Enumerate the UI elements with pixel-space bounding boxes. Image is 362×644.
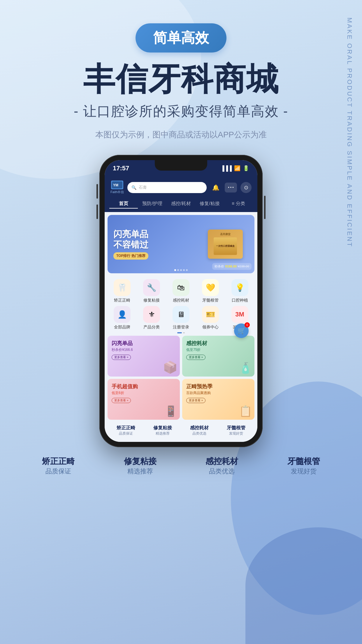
phone-mockup: 17:57 ▐▐▐ 📶 🔋 YM Faith丰信 [0,155,362,447]
signal-icon: ▐▐▐ [221,165,232,172]
dot-3 [180,269,182,271]
banner-card-infection[interactable]: 感控耗材 低至75折 更多查看 » 🧴 [182,336,254,377]
featured-sub: 秒杀价¥166.6 [112,347,176,352]
tab-prevention[interactable]: 预防/护理 [138,200,166,209]
ortho-sub: 百款商品聚惠购 [186,391,250,396]
all-brands-label: 全部品牌 [114,325,130,330]
bl-rest-main: 修复粘接 [99,456,181,467]
banner-text: 闪亮单品 不容错过 TOP排行 热门推荐 [108,223,154,265]
hero-badge: 简单高效 [136,23,226,52]
dot2: • [230,185,232,190]
notification-button[interactable]: 🔔 [210,182,221,193]
tab-home[interactable]: 首页 [109,200,138,209]
dot-1 [174,269,176,271]
bottom-root-sub: 发现好货 [218,431,254,436]
bottom-labels-section: 矫正正畸 品质保证 修复粘接 精选推荐 感控耗材 品类优选 牙髓根管 发现好货 [0,447,362,484]
ortho-title: 正畸预热季 [186,383,250,390]
scan-icon: ⊙ [244,184,248,191]
register-label: 注册登录 [173,325,189,330]
power-button [264,196,266,219]
banner-title-line1: 闪亮单品 [113,229,148,239]
more-button[interactable]: • • • [225,183,237,192]
mobile-deco: 📱 [164,405,178,417]
hero-title: 丰信牙科商城 [0,61,362,97]
dot-2 [177,269,179,271]
cart-icon: 🛒 [238,327,245,335]
phone-screen: 17:57 ▐▐▐ 📶 🔋 YM Faith丰信 [105,160,257,442]
dot1: • [228,185,229,190]
banner-price: 秒杀价 ¥166.60 ¥238.00 [212,263,252,270]
tab-category[interactable]: ≡ 分类 [224,200,253,209]
icons-row-1: 🦷 矫正正畸 🔧 修复粘接 🛍 感控耗材 [105,276,257,303]
icon-infection[interactable]: 🛍 感控耗材 [166,279,196,303]
bottom-infection[interactable]: 感控耗材 品类优选 [181,425,218,436]
icon-register[interactable]: 🖥 注册登录 [166,306,196,330]
price-label: 秒杀价 [215,265,225,268]
banner-card-orthodontics[interactable]: 正畸预热季 百款商品聚惠购 更多查看 » 📋 [182,379,254,420]
bl-rest-sub: 精选推荐 [99,467,181,476]
scan-button[interactable]: ⊙ [240,182,252,193]
banner-product: 圣邦康堂 一次性口腔器械盒 [199,218,252,270]
bottom-root-title: 牙髓根管 [218,425,254,431]
bottom-ortho-title: 矫正正畸 [108,425,144,431]
logo-text: Faith丰信 [110,190,124,194]
icon-product-category[interactable]: ⚜ 产品分类 [137,306,166,330]
icon-coupon[interactable]: 🎫 领券中心 [196,306,225,330]
tab-repair[interactable]: 修复/粘接 [195,200,224,209]
all-brands-icon: 👤 [114,306,131,323]
icon-orthodontics[interactable]: 🦷 矫正正畸 [108,279,137,303]
banner-grid: 闪亮单品 秒杀价¥166.6 更多查看 » 📦 感控耗材 低至75折 更多查看 … [108,336,254,420]
wifi-icon: 📶 [234,165,240,172]
3m-zone-icon: 3M [231,306,248,323]
status-bar: 17:57 ▐▐▐ 📶 🔋 [105,160,257,176]
battery-icon: 🔋 [243,165,249,172]
bottom-restoration[interactable]: 修复粘接 精选推荐 [144,425,181,436]
price-original: ¥238.00 [238,265,249,268]
vol-up-button [96,184,98,199]
mobile-sub: 低至6折 [112,391,176,396]
search-bar[interactable]: 🔍 石膏 [127,182,207,193]
infection-title: 感控耗材 [186,340,250,347]
tab-infection[interactable]: 感控/耗材 [167,200,195,209]
main-banner[interactable]: 闪亮单品 不容错过 TOP排行 热门推荐 圣邦康堂 一次性口腔器械盒 [108,215,254,273]
bl-root-main: 牙髓根管 [263,456,345,467]
infection-sub: 低至75折 [186,347,250,352]
bottom-orthodontics[interactable]: 矫正正畸 品质保证 [108,425,144,436]
icon-implant[interactable]: 💡 口腔种植 [225,279,254,303]
cart-float-button[interactable]: 🛒 0 [234,323,249,338]
bell-icon: 🔔 [212,184,219,191]
mobile-tag[interactable]: 更多查看 » [112,398,131,403]
bottom-root-canal[interactable]: 牙髓根管 发现好货 [218,425,254,436]
bottom-label-infection: 感控耗材 品类优选 [181,456,263,476]
cart-badge: 0 [245,322,250,328]
product-category-label: 产品分类 [143,325,160,330]
featured-tag[interactable]: 更多查看 » [112,355,131,360]
infection-tag[interactable]: 更多查看 » [186,355,205,360]
featured-title: 闪亮单品 [112,340,176,347]
icon-root-canal[interactable]: 💛 牙髓根管 [196,279,225,303]
search-icon: 🔍 [131,185,136,190]
phone-outer: 17:57 ▐▐▐ 📶 🔋 YM Faith丰信 [99,155,263,447]
orthodontics-icon: 🦷 [114,279,131,296]
ortho-deco: 📋 [239,405,252,417]
banner-card-mobile[interactable]: 手机超值购 低至6折 更多查看 » 📱 [108,379,180,420]
bottom-label-root: 牙髓根管 发现好货 [263,456,345,476]
icon-all-brands[interactable]: 👤 全部品牌 [108,306,137,330]
icon-restoration[interactable]: 🔧 修复粘接 [137,279,166,303]
bottom-rest-title: 修复粘接 [144,425,181,431]
ortho-tag[interactable]: 更多查看 » [186,398,205,403]
banner-pagination [174,269,188,271]
bottom-inf-sub: 品类优选 [181,431,218,436]
bl-ortho-sub: 品质保证 [17,467,99,476]
root-canal-label: 牙髓根管 [202,298,219,303]
banner-card-featured[interactable]: 闪亮单品 秒杀价¥166.6 更多查看 » 📦 [108,336,180,377]
dot3: • [232,185,234,190]
orthodontics-label: 矫正正畸 [114,298,130,303]
status-icons: ▐▐▐ 📶 🔋 [221,165,249,172]
bottom-inf-title: 感控耗材 [181,425,218,431]
search-text: 石膏 [139,185,147,190]
dot-4 [183,269,185,271]
dot-5 [186,269,188,271]
implant-label: 口腔种植 [232,298,248,303]
app-logo: YM Faith丰信 [110,181,124,194]
